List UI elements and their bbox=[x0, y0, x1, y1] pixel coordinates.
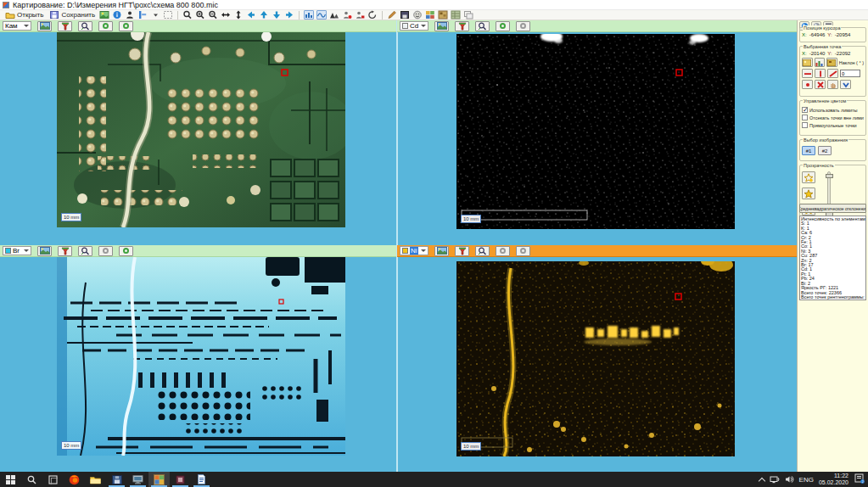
image-view-icon[interactable] bbox=[99, 10, 109, 20]
refresh-button-2[interactable] bbox=[119, 21, 133, 31]
snapshot-button[interactable] bbox=[37, 21, 52, 31]
point-marker-button[interactable] bbox=[802, 80, 813, 89]
pan-left-icon[interactable] bbox=[246, 10, 256, 20]
notification-center-icon[interactable]: 2 bbox=[854, 472, 865, 487]
taskbar-clock[interactable]: 11:22 05.02.2020 bbox=[819, 473, 848, 486]
running-app-small-icon[interactable] bbox=[170, 472, 191, 487]
element-select-camera[interactable]: Кам bbox=[3, 21, 31, 31]
save-dark-icon[interactable] bbox=[400, 10, 410, 20]
checkbox-option[interactable]: Отсекать точки вне лимита bbox=[802, 115, 864, 120]
save-button[interactable]: Сохранить bbox=[48, 10, 97, 20]
stddev-button[interactable]: Среднеквадратическое отклонение bbox=[799, 204, 866, 213]
refresh-button-1[interactable] bbox=[98, 21, 113, 31]
checkbox[interactable] bbox=[802, 115, 808, 120]
br-map-image[interactable]: 10 mm bbox=[57, 257, 345, 456]
profile-a-icon[interactable] bbox=[342, 10, 352, 20]
hline-marker-button[interactable] bbox=[802, 69, 813, 78]
refresh-button-2[interactable] bbox=[516, 21, 530, 31]
checkbox-option[interactable]: Прямоугольные точки bbox=[802, 122, 864, 128]
filter-button[interactable] bbox=[58, 21, 72, 31]
refresh-button-1[interactable] bbox=[496, 21, 510, 31]
refresh-button-2[interactable] bbox=[516, 246, 530, 256]
running-app-document-icon[interactable] bbox=[191, 472, 212, 487]
spectrum-toggle[interactable] bbox=[316, 10, 327, 20]
language-indicator[interactable]: ENG bbox=[799, 476, 814, 484]
checkbox-option[interactable]: Использовать лимиты bbox=[802, 107, 864, 113]
point-histogram-button[interactable] bbox=[815, 58, 826, 67]
ni-map-image[interactable]: 10 mm bbox=[456, 261, 735, 456]
element-select-cd[interactable]: Cd bbox=[400, 21, 428, 31]
point-map-button[interactable] bbox=[826, 58, 837, 67]
running-app-computer-icon[interactable] bbox=[127, 472, 148, 487]
map-grid-icon-3[interactable] bbox=[451, 10, 461, 20]
open-button[interactable]: Открыть bbox=[3, 10, 45, 20]
delete-point-button[interactable] bbox=[815, 80, 826, 89]
file-explorer-taskbar-icon[interactable] bbox=[85, 472, 106, 487]
info-icon[interactable] bbox=[112, 10, 122, 20]
map-grid-icon-2[interactable] bbox=[438, 10, 448, 20]
zoom-icon[interactable] bbox=[182, 10, 193, 20]
snapshot-button[interactable] bbox=[434, 246, 449, 256]
overlay-icon[interactable] bbox=[463, 10, 473, 20]
snapshot-button[interactable] bbox=[37, 246, 52, 256]
arrows-horizontal-icon[interactable] bbox=[221, 10, 231, 20]
checkbox[interactable] bbox=[802, 107, 808, 113]
running-app-disk-icon[interactable] bbox=[106, 472, 127, 487]
edit-icon[interactable] bbox=[387, 10, 397, 20]
element-select-ni[interactable]: Ni bbox=[400, 246, 428, 255]
pan-hand-button[interactable] bbox=[827, 80, 838, 89]
checkbox[interactable] bbox=[802, 122, 808, 128]
transparency-slider-handle-top[interactable] bbox=[826, 174, 833, 178]
zoom-in-icon[interactable] bbox=[195, 10, 205, 20]
zoom-fit-button[interactable] bbox=[475, 21, 490, 31]
volume-icon[interactable] bbox=[785, 472, 794, 487]
profile-b-icon[interactable] bbox=[355, 10, 365, 20]
ring-icon bbox=[103, 23, 109, 29]
tilt-input[interactable] bbox=[840, 70, 860, 77]
search-button[interactable] bbox=[21, 472, 42, 487]
pan-right-icon[interactable] bbox=[284, 10, 294, 20]
element-select-br[interactable]: Br bbox=[3, 246, 31, 255]
intensity-listbox[interactable]: Интенсивность по элементам: S: 1 K: 1 Ca… bbox=[799, 216, 866, 300]
refresh-button-1[interactable] bbox=[98, 246, 113, 256]
active-mapping-app-icon[interactable] bbox=[148, 472, 170, 487]
snapshot-button[interactable] bbox=[434, 21, 449, 31]
histogram-toggle[interactable] bbox=[304, 10, 314, 20]
firefox-taskbar-icon[interactable] bbox=[64, 472, 85, 487]
vline-marker-button[interactable] bbox=[815, 69, 826, 78]
transparency-star-mid-button[interactable] bbox=[802, 188, 815, 199]
task-view-button[interactable] bbox=[42, 472, 64, 487]
optical-image[interactable]: 10 mm bbox=[57, 32, 345, 227]
tray-expand-chevron[interactable] bbox=[758, 477, 764, 484]
rotate-icon[interactable] bbox=[367, 10, 378, 20]
user-icon[interactable] bbox=[125, 10, 135, 20]
transparency-star-top-button[interactable] bbox=[802, 171, 815, 183]
refresh-button-2[interactable] bbox=[119, 246, 133, 256]
filter-button[interactable] bbox=[455, 21, 469, 31]
arrows-vertical-icon[interactable] bbox=[233, 10, 244, 20]
zoom-out-icon[interactable] bbox=[208, 10, 218, 20]
pan-down-icon[interactable] bbox=[272, 10, 282, 20]
cd-map-image[interactable]: 10 mm bbox=[456, 34, 735, 229]
map-grid-icon-1[interactable] bbox=[425, 10, 435, 20]
point-image-button[interactable] bbox=[802, 58, 813, 67]
level-tool-icon[interactable] bbox=[137, 10, 148, 20]
anchor-button[interactable] bbox=[840, 80, 851, 89]
diagonal-marker-button[interactable] bbox=[827, 69, 838, 78]
start-button[interactable] bbox=[0, 472, 21, 487]
pan-up-icon[interactable] bbox=[259, 10, 269, 20]
smiley-icon[interactable] bbox=[412, 10, 423, 20]
image-number-button[interactable]: #1 bbox=[802, 146, 815, 155]
selection-box-icon[interactable] bbox=[163, 10, 173, 20]
zoom-fit-button[interactable] bbox=[475, 246, 490, 256]
zoom-fit-button[interactable] bbox=[78, 21, 92, 31]
element-select-camera-value: Кам bbox=[5, 22, 18, 30]
filter-button[interactable] bbox=[58, 246, 72, 256]
zoom-fit-button[interactable] bbox=[78, 246, 92, 256]
image-number-button[interactable]: #2 bbox=[818, 146, 832, 155]
network-icon[interactable] bbox=[770, 472, 780, 487]
filter-button[interactable] bbox=[455, 246, 469, 256]
refresh-button-1[interactable] bbox=[496, 246, 510, 256]
peaks-icon[interactable] bbox=[329, 10, 339, 20]
dropdown-arrow-icon[interactable] bbox=[150, 10, 160, 20]
